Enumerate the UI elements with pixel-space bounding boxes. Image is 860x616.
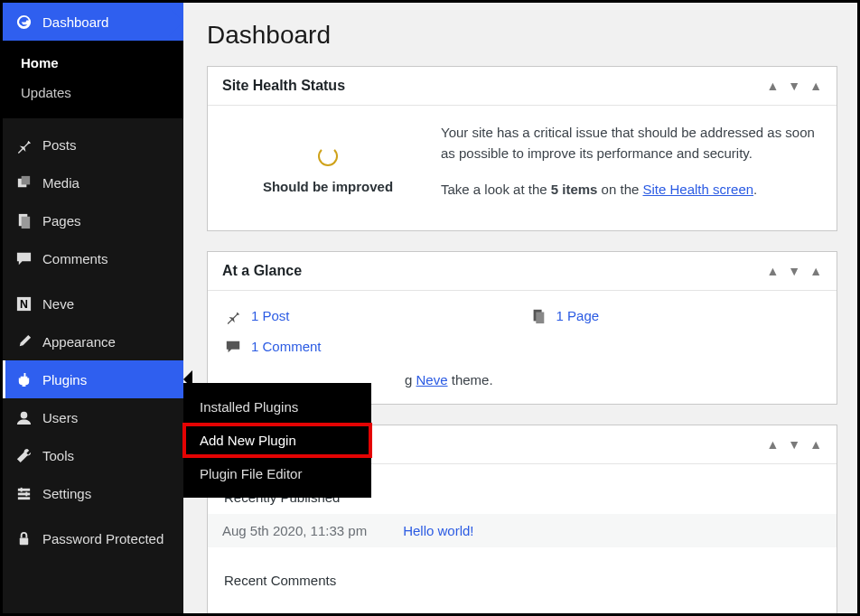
dashboard-submenu: Home Updates: [3, 41, 183, 118]
published-date: Aug 5th 2020, 11:33 pm: [222, 523, 367, 538]
sidebar-label-password-protected: Password Protected: [42, 531, 164, 546]
sidebar-item-tools[interactable]: Tools: [3, 436, 183, 474]
page-title: Dashboard: [207, 21, 837, 50]
flyout-add-new-plugin[interactable]: Add New Plugin: [183, 424, 371, 457]
health-text-a: Take a look at the: [441, 182, 551, 197]
svg-rect-10: [20, 487, 22, 491]
glance-pages-label: 1 Page: [556, 308, 600, 323]
sidebar-item-media[interactable]: Media: [3, 163, 183, 201]
svg-rect-11: [25, 491, 27, 496]
panel-controls: ▲ ▼ ▲: [766, 79, 822, 93]
glance-comments[interactable]: 1 Comment: [224, 338, 322, 356]
panel-toggle-icon[interactable]: ▲: [809, 264, 822, 278]
panel-down-icon[interactable]: ▼: [788, 79, 800, 93]
sidebar-label-plugins: Plugins: [42, 372, 87, 387]
spinner-icon: [318, 146, 338, 166]
panel-title-glance: At a Glance: [222, 263, 302, 279]
sidebar-item-appearance[interactable]: Appearance: [3, 322, 183, 360]
glance-pages[interactable]: 1 Page: [529, 307, 600, 325]
submenu-updates[interactable]: Updates: [3, 78, 183, 107]
submenu-home[interactable]: Home: [3, 48, 183, 78]
sidebar-item-pages[interactable]: Pages: [3, 201, 183, 239]
sidebar-item-plugins[interactable]: Plugins: [3, 360, 183, 398]
sidebar-item-comments[interactable]: Comments: [3, 239, 183, 277]
svg-rect-9: [17, 497, 29, 499]
lock-icon: [14, 529, 33, 547]
flyout-installed-plugins[interactable]: Installed Plugins: [183, 390, 371, 424]
sidebar-label-tools: Tools: [42, 448, 74, 463]
pages-icon: [14, 211, 33, 229]
flyout-plugin-file-editor[interactable]: Plugin File Editor: [183, 457, 371, 490]
sidebar-label-neve: Neve: [42, 296, 74, 312]
health-message: Your site has a critical issue that shou…: [441, 122, 820, 164]
settings-icon: [14, 484, 33, 502]
health-text-c: .: [753, 182, 757, 197]
sidebar-item-dashboard[interactable]: Dashboard: [3, 3, 183, 41]
health-message-2: Take a look at the 5 items on the Site H…: [441, 179, 820, 200]
sidebar-label-pages: Pages: [42, 213, 81, 229]
sidebar-label-media: Media: [42, 175, 79, 191]
health-text-b: on the: [597, 182, 642, 197]
health-item-count: 5 items: [551, 182, 598, 197]
sidebar-item-settings[interactable]: Settings: [3, 474, 183, 512]
sidebar-item-password-protected[interactable]: Password Protected: [3, 519, 183, 557]
plugins-flyout: Installed Plugins Add New Plugin Plugin …: [183, 383, 371, 498]
panel-down-icon[interactable]: ▼: [788, 437, 800, 452]
sidebar-label-users: Users: [42, 410, 78, 425]
users-icon: [14, 408, 33, 426]
pages-icon: [529, 307, 547, 325]
published-post-link[interactable]: Hello world!: [403, 523, 473, 538]
sidebar-label-dashboard: Dashboard: [42, 14, 108, 30]
pushpin-icon: [224, 307, 242, 325]
svg-rect-14: [536, 312, 544, 323]
sidebar-item-neve[interactable]: N Neve: [3, 285, 183, 322]
panel-toggle-icon[interactable]: ▲: [809, 437, 822, 452]
appearance-icon: [14, 332, 33, 350]
glance-comments-label: 1 Comment: [251, 339, 322, 354]
sidebar-label-settings: Settings: [42, 486, 91, 501]
panel-up-icon[interactable]: ▲: [766, 79, 779, 93]
comments-icon: [224, 338, 242, 356]
theme-link[interactable]: Neve: [416, 372, 448, 387]
svg-text:N: N: [20, 298, 28, 311]
svg-rect-8: [17, 492, 29, 495]
neve-icon: N: [14, 294, 33, 313]
svg-rect-12: [19, 537, 28, 545]
admin-sidebar: Dashboard Home Updates Posts Media Pages: [3, 3, 183, 613]
svg-point-6: [20, 411, 27, 418]
svg-rect-7: [17, 488, 29, 490]
panel-head-site-health: Site Health Status ▲ ▼ ▲: [208, 67, 837, 106]
panel-up-icon[interactable]: ▲: [766, 437, 779, 452]
svg-rect-1: [21, 175, 30, 184]
glance-posts[interactable]: 1 Post: [224, 307, 322, 325]
panel-down-icon[interactable]: ▼: [788, 264, 800, 278]
panel-toggle-icon[interactable]: ▲: [809, 79, 822, 93]
panel-up-icon[interactable]: ▲: [766, 264, 779, 278]
sidebar-label-comments: Comments: [42, 251, 108, 266]
published-row: Aug 5th 2020, 11:33 pm Hello world!: [208, 514, 837, 547]
main-content: Dashboard Site Health Status ▲ ▼ ▲ Shoul…: [183, 3, 857, 613]
pushpin-icon: [14, 135, 33, 154]
sidebar-item-users[interactable]: Users: [3, 398, 183, 436]
media-icon: [14, 173, 33, 191]
panel-site-health: Site Health Status ▲ ▼ ▲ Should be impro…: [207, 66, 837, 231]
sidebar-item-posts[interactable]: Posts: [3, 126, 183, 163]
sidebar-label-appearance: Appearance: [42, 334, 116, 350]
recent-comments-heading: Recent Comments: [224, 564, 820, 597]
sidebar-label-posts: Posts: [42, 137, 77, 153]
health-status-label: Should be improved: [263, 179, 393, 194]
site-health-link[interactable]: Site Health screen: [643, 182, 754, 197]
comments-icon: [14, 249, 33, 267]
svg-rect-3: [21, 216, 30, 228]
dashboard-icon: [14, 13, 33, 31]
panel-title-site-health: Site Health Status: [222, 78, 345, 94]
panel-at-a-glance: At a Glance ▲ ▼ ▲ 1 Post: [207, 251, 837, 405]
tools-icon: [14, 446, 33, 464]
running-theme-line: g Neve theme.: [405, 372, 820, 387]
glance-posts-label: 1 Post: [251, 308, 290, 323]
plugins-icon: [14, 370, 33, 388]
